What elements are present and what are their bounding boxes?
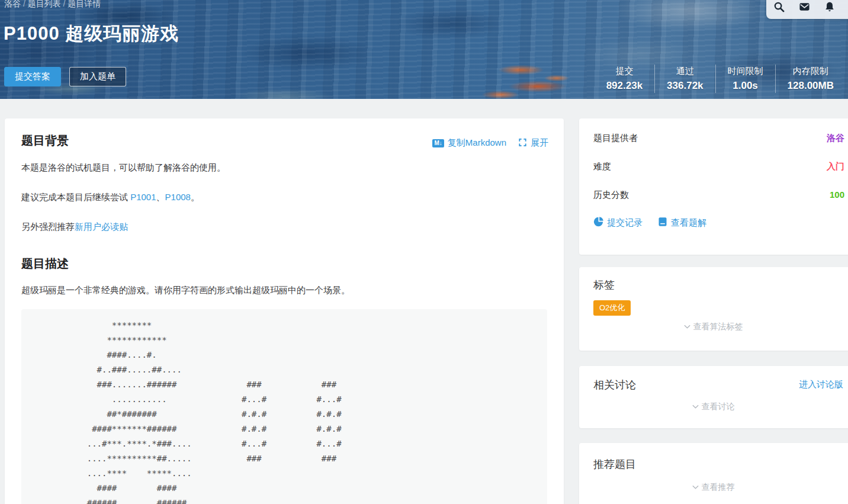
tags-card: 标签 O2优化 查看算法标签 [579,267,848,351]
info-label: 历史分数 [593,190,629,201]
stat-memory-limit: 内存限制 128.00MB [775,65,846,93]
expand-icon[interactable] [518,138,527,149]
pie-chart-icon [593,217,603,229]
tags-title: 标签 [593,278,615,292]
stat-time-limit: 时间限制 1.00s [715,65,775,93]
submission-records-link[interactable]: 提交记录 [593,217,643,229]
info-label: 难度 [593,161,611,172]
stat-accepted: 通过 336.72k [654,65,715,93]
link-p1008[interactable]: P1008 [165,192,191,202]
stat-label: 时间限制 [728,66,763,77]
problem-info-card: 题目提供者 洛谷 难度 入门 历史分数 100 提交记录 查看题解 [579,118,848,255]
view-solutions-link[interactable]: 查看题解 [658,217,706,229]
description-paragraph: 超级玛丽是一个非常经典的游戏。请你用字符画的形式输出超级玛丽中的一个场景。 [21,285,350,296]
recommendations-title: 推荐题目 [593,457,636,471]
copy-markdown-link[interactable]: 复制Markdown [448,137,506,149]
add-to-problem-list-button[interactable]: 加入题单 [69,67,126,86]
text: 、 [156,192,165,202]
view-algorithm-tags-link[interactable]: 查看算法标签 [579,322,847,332]
ascii-art-block: ******** ************ ####....#. #..###.… [21,309,547,504]
banner: 洛谷 / 题目列表 / 题目详情 P1000 超级玛丽游戏 提交答案 加入题单 … [0,0,848,99]
discussions-title: 相关讨论 [593,378,636,392]
ascii-art: ******** ************ ####....#. #..###.… [21,309,547,504]
breadcrumb-problem-detail: 题目详情 [68,0,101,8]
background-paragraph-1: 本题是洛谷的试机题目，可以帮助了解洛谷的使用。 [21,162,226,174]
book-icon [658,217,667,229]
info-row-history-score: 历史分数 100 [593,190,844,201]
stat-value: 892.23k [606,80,643,92]
new-user-guide-link[interactable]: 新用户必读贴 [75,221,128,232]
markdown-icon: M↓ [432,139,444,147]
section-title-background: 题目背景 [21,133,69,149]
background-paragraph-2: 建议完成本题目后继续尝试 P1001、P1008。 [21,192,200,203]
expand-link[interactable]: 展开 [531,137,548,149]
page-title: P1000 超级玛丽游戏 [4,21,179,46]
stat-label: 通过 [667,66,703,77]
view-discussions-link[interactable]: 查看讨论 [579,402,847,412]
bell-icon[interactable] [824,1,835,12]
view-solutions-label: 查看题解 [671,217,706,229]
submission-records-label: 提交记录 [607,217,643,229]
view-recommendations-label: 查看推荐 [702,482,735,492]
problem-stats: 提交 892.23k 通过 336.72k 时间限制 1.00s 内存限制 12… [595,65,846,93]
mail-icon[interactable] [799,1,810,12]
breadcrumb-problem-list[interactable]: 题目列表 [28,0,61,8]
stat-submissions: 提交 892.23k [595,65,654,93]
stat-label: 内存限制 [788,66,834,77]
info-row-difficulty: 难度 入门 [593,161,844,172]
view-discussions-label: 查看讨论 [702,402,735,411]
problem-content-card: 题目背景 M↓ 复制Markdown 展开 本题是洛谷的试机题目，可以帮助了解洛… [5,118,564,504]
tag-o2-badge[interactable]: O2优化 [593,300,631,316]
stat-value: 336.72k [667,80,703,92]
breadcrumb-separator: / [61,0,68,8]
info-label: 题目提供者 [593,133,638,144]
text: 建议完成本题目后继续尝试 [21,192,130,202]
background-paragraph-3: 另外强烈推荐新用户必读贴 [21,221,128,233]
submit-answer-button[interactable]: 提交答案 [4,67,61,86]
breadcrumb-home[interactable]: 洛谷 [4,0,21,8]
view-recommendations-link[interactable]: 查看推荐 [579,482,847,493]
text: 。 [191,192,200,202]
info-row-provider: 题目提供者 洛谷 [593,133,844,144]
breadcrumb: 洛谷 / 题目列表 / 题目详情 [4,0,101,9]
difficulty-value[interactable]: 入门 [827,161,844,172]
breadcrumb-separator: / [21,0,28,8]
stat-value: 1.00s [728,80,763,92]
view-algorithm-tags-label: 查看算法标签 [693,322,743,331]
text: 另外强烈推荐 [21,221,75,232]
search-icon[interactable] [773,1,785,12]
enter-discussion-board-link[interactable]: 进入讨论版 [799,379,843,390]
topbar-panel [766,0,848,19]
section-title-description: 题目描述 [21,256,69,272]
history-score-value: 100 [830,190,844,201]
discussions-card: 相关讨论 进入讨论版 查看讨论 [579,366,848,428]
provider-value[interactable]: 洛谷 [827,133,844,144]
recommendations-card: 推荐题目 查看推荐 [579,443,848,504]
stat-label: 提交 [606,66,643,77]
stat-value: 128.00MB [788,80,834,92]
link-p1001[interactable]: P1001 [130,192,156,202]
